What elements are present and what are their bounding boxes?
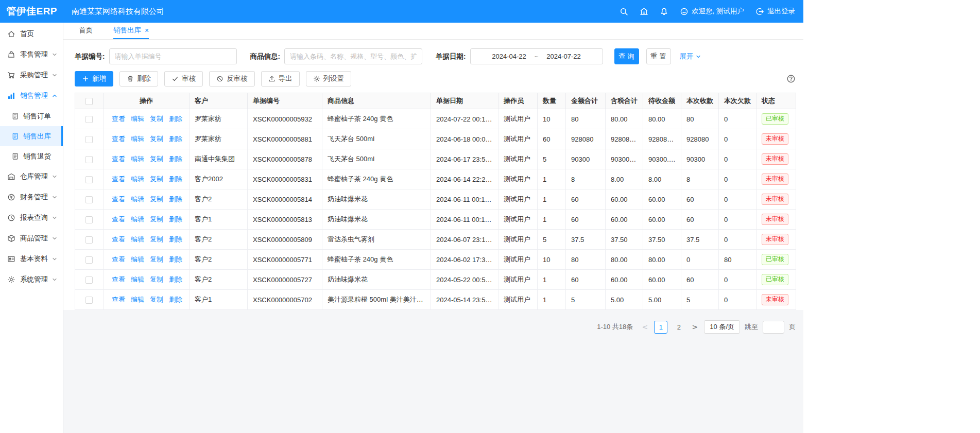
sidebar-item-home[interactable]: 首页 [0, 24, 63, 44]
row-action-delete[interactable]: 删除 [169, 135, 182, 143]
row-checkbox[interactable] [85, 216, 93, 223]
delete-button[interactable]: 删除 [119, 71, 158, 86]
sidebar-item-finance[interactable]: 财务管理 [0, 187, 63, 207]
tab-sales-outbound[interactable]: 销售出库 × [113, 23, 149, 39]
row-action-edit[interactable]: 编辑 [131, 115, 144, 123]
row-checkbox[interactable] [85, 156, 93, 163]
export-button[interactable]: 导出 [261, 71, 300, 86]
row-action-view[interactable]: 查看 [112, 195, 125, 203]
row-action-delete[interactable]: 删除 [169, 275, 182, 283]
row-action-delete[interactable]: 删除 [169, 195, 182, 203]
sidebar-item-purchase[interactable]: 采购管理 [0, 65, 63, 85]
row-checkbox[interactable] [85, 297, 93, 304]
row-action-edit[interactable]: 编辑 [131, 135, 144, 143]
sidebar-item-warehouse[interactable]: 仓库管理 [0, 166, 63, 187]
row-action-view[interactable]: 查看 [112, 115, 125, 123]
row-action-copy[interactable]: 复制 [150, 115, 163, 123]
row-action-copy[interactable]: 复制 [150, 175, 163, 183]
row-action-edit[interactable]: 编辑 [131, 275, 144, 283]
date-range-picker[interactable]: 2024-04-22 ~ 2024-07-22 [470, 48, 603, 64]
bell-icon[interactable] [660, 7, 668, 16]
add-button[interactable]: 新增 [75, 71, 113, 86]
row-action-edit[interactable]: 编辑 [131, 195, 144, 203]
row-checkbox[interactable] [85, 196, 93, 203]
building-icon[interactable] [640, 7, 648, 16]
row-action-delete[interactable]: 删除 [169, 175, 182, 183]
row-action-copy[interactable]: 复制 [150, 275, 163, 283]
column-settings-button[interactable]: 列设置 [306, 71, 352, 86]
row-action-copy[interactable]: 复制 [150, 235, 163, 243]
row-action-edit[interactable]: 编辑 [131, 235, 144, 243]
search-icon[interactable] [620, 7, 628, 16]
prev-page-icon[interactable]: < [640, 323, 649, 331]
row-action-copy[interactable]: 复制 [150, 296, 163, 303]
page-size-select[interactable]: 10 条/页 [704, 320, 740, 334]
row-action-copy[interactable]: 复制 [150, 195, 163, 203]
unaudit-button[interactable]: 反审核 [209, 71, 255, 86]
cell-receivable: 37.50 [643, 230, 681, 250]
help-icon[interactable] [786, 74, 796, 83]
date-to-value[interactable]: 2024-07-22 [546, 53, 581, 60]
row-action-delete[interactable]: 删除 [169, 115, 182, 123]
row-action-view[interactable]: 查看 [112, 296, 125, 303]
sidebar-item-reports[interactable]: 报表查询 [0, 207, 63, 228]
reset-button[interactable]: 重 置 [646, 48, 671, 64]
row-action-view[interactable]: 查看 [112, 255, 125, 263]
row-action-delete[interactable]: 删除 [169, 155, 182, 163]
row-action-copy[interactable]: 复制 [150, 135, 163, 143]
row-action-view[interactable]: 查看 [112, 235, 125, 243]
sidebar-item-label: 系统管理 [20, 275, 51, 284]
sidebar-item-system[interactable]: 系统管理 [0, 269, 63, 290]
row-checkbox[interactable] [85, 136, 93, 143]
tab-home[interactable]: 首页 [79, 23, 93, 39]
select-all-checkbox[interactable] [85, 98, 93, 105]
row-action-delete[interactable]: 删除 [169, 235, 182, 243]
cell-tax_total: 60.00 [606, 189, 643, 210]
query-button[interactable]: 查 询 [614, 48, 639, 64]
app-logo[interactable]: 管伊佳ERP [0, 5, 63, 18]
row-action-delete[interactable]: 删除 [169, 255, 182, 263]
row-checkbox[interactable] [85, 276, 93, 284]
row-action-copy[interactable]: 复制 [150, 155, 163, 163]
logout-button[interactable]: 退出登录 [755, 7, 795, 16]
row-checkbox[interactable] [85, 256, 93, 264]
row-action-view[interactable]: 查看 [112, 135, 125, 143]
audit-button[interactable]: 审核 [164, 71, 203, 86]
page-number-2[interactable]: 2 [672, 321, 685, 334]
date-from-value[interactable]: 2024-04-22 [492, 53, 526, 60]
row-action-delete[interactable]: 删除 [169, 296, 182, 303]
next-page-icon[interactable]: > [690, 323, 699, 331]
row-action-edit[interactable]: 编辑 [131, 215, 144, 223]
sidebar-item-sales-return[interactable]: 销售退货 [0, 146, 63, 166]
product-info-input[interactable] [284, 48, 422, 64]
expand-filters-link[interactable]: 展开 [680, 52, 701, 61]
row-action-edit[interactable]: 编辑 [131, 155, 144, 163]
row-checkbox[interactable] [85, 116, 93, 123]
jump-to-input[interactable] [763, 321, 784, 334]
id-card-icon [7, 255, 15, 263]
doc-no-input[interactable] [109, 48, 237, 64]
sidebar-item-retail[interactable]: 零售管理 [0, 44, 63, 65]
row-action-edit[interactable]: 编辑 [131, 255, 144, 263]
welcome-user[interactable]: 欢迎您, 测试用户 [680, 7, 744, 16]
row-action-view[interactable]: 查看 [112, 175, 125, 183]
sidebar-item-basic-data[interactable]: 基本资料 [0, 249, 63, 269]
cell-receivable: 90300.00 [643, 149, 681, 169]
row-action-copy[interactable]: 复制 [150, 255, 163, 263]
row-action-edit[interactable]: 编辑 [131, 175, 144, 183]
row-action-delete[interactable]: 删除 [169, 215, 182, 223]
row-action-view[interactable]: 查看 [112, 155, 125, 163]
sidebar-item-products[interactable]: 商品管理 [0, 228, 63, 249]
row-action-copy[interactable]: 复制 [150, 215, 163, 223]
page-number-1[interactable]: 1 [654, 321, 667, 334]
row-action-view[interactable]: 查看 [112, 275, 125, 283]
row-checkbox[interactable] [85, 236, 93, 244]
cell-tax_total: 928080.00 [606, 129, 643, 149]
row-action-view[interactable]: 查看 [112, 215, 125, 223]
row-checkbox[interactable] [85, 176, 93, 183]
row-action-edit[interactable]: 编辑 [131, 296, 144, 303]
sidebar-item-sales-outbound[interactable]: 销售出库 [0, 126, 63, 146]
close-icon[interactable]: × [145, 27, 149, 34]
sidebar-item-sales-order[interactable]: 销售订单 [0, 106, 63, 126]
sidebar-item-sales[interactable]: 销售管理 [0, 85, 63, 106]
